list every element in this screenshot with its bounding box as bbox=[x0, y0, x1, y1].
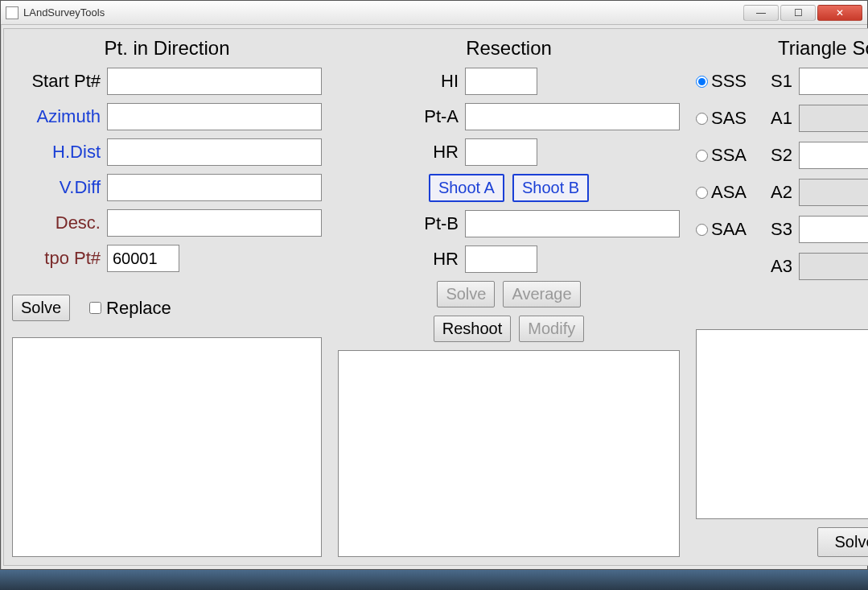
triangle-output[interactable] bbox=[696, 329, 868, 519]
pta-label: Pt-A bbox=[338, 106, 459, 127]
triangle-solve-button[interactable]: Solve bbox=[817, 527, 868, 557]
reshoot-button[interactable]: Reshoot bbox=[434, 316, 512, 342]
main-panel: Pt. in Direction Start Pt# Azimuth H.Dis… bbox=[3, 28, 868, 566]
tpo-pt-input[interactable] bbox=[107, 245, 179, 272]
close-button[interactable]: ✕ bbox=[817, 5, 862, 21]
vdiff-input[interactable] bbox=[107, 174, 322, 201]
ptb-input[interactable] bbox=[465, 210, 680, 237]
mode-sas[interactable]: SAS bbox=[696, 108, 760, 129]
triangle-heading: Triangle Solutions bbox=[696, 37, 868, 60]
triangle-column: Triangle Solutions SSS S1 SAS A1 SSA S2 bbox=[696, 37, 868, 557]
direction-output[interactable] bbox=[12, 337, 322, 557]
s1-input[interactable] bbox=[799, 68, 868, 95]
s1-label: S1 bbox=[767, 71, 792, 92]
shoot-a-button[interactable]: Shoot A bbox=[429, 174, 504, 202]
hrb-input[interactable] bbox=[465, 245, 537, 273]
pta-input[interactable] bbox=[465, 103, 680, 130]
azimuth-input[interactable] bbox=[107, 103, 322, 130]
minimize-button[interactable]: — bbox=[743, 5, 779, 21]
hi-label: HI bbox=[338, 71, 459, 92]
radio-sas[interactable] bbox=[696, 113, 708, 125]
desc-input[interactable] bbox=[107, 209, 322, 237]
average-button[interactable]: Average bbox=[503, 281, 580, 307]
a3-input[interactable] bbox=[799, 253, 868, 280]
tpo-pt-label: tpo Pt# bbox=[12, 248, 101, 269]
shoot-b-button[interactable]: Shoot B bbox=[512, 174, 589, 202]
desc-label: Desc. bbox=[12, 212, 101, 233]
radio-ssa[interactable] bbox=[696, 150, 708, 162]
start-pt-input[interactable] bbox=[107, 68, 322, 95]
azimuth-label: Azimuth bbox=[12, 106, 101, 127]
maximize-button[interactable]: ☐ bbox=[780, 5, 816, 21]
left-tab-strip[interactable] bbox=[1, 25, 2, 569]
hdist-input[interactable] bbox=[107, 138, 322, 166]
mode-sss[interactable]: SSS bbox=[696, 71, 760, 92]
resection-solve-button[interactable]: Solve bbox=[437, 281, 495, 307]
mode-asa[interactable]: ASA bbox=[696, 182, 760, 203]
radio-saa[interactable] bbox=[696, 224, 708, 236]
start-pt-label: Start Pt# bbox=[12, 71, 101, 92]
resection-heading: Resection bbox=[338, 37, 680, 60]
mode-saa[interactable]: SAA bbox=[696, 219, 760, 240]
hrb-label: HR bbox=[338, 249, 459, 270]
a2-label: A2 bbox=[767, 182, 792, 203]
replace-checkbox[interactable] bbox=[89, 302, 101, 314]
direction-heading: Pt. in Direction bbox=[12, 37, 322, 60]
radio-sss[interactable] bbox=[696, 76, 708, 88]
resection-output[interactable] bbox=[338, 350, 680, 557]
hra-input[interactable] bbox=[465, 138, 537, 166]
app-window: LAndSurveyTools — ☐ ✕ Pt. in Direction S… bbox=[0, 0, 868, 570]
mode-ssa[interactable]: SSA bbox=[696, 145, 760, 166]
ptb-label: Pt-B bbox=[338, 213, 459, 234]
s2-label: S2 bbox=[767, 145, 792, 166]
a3-label: A3 bbox=[767, 256, 792, 277]
s3-input[interactable] bbox=[799, 216, 868, 243]
a1-input[interactable] bbox=[799, 105, 868, 132]
direction-column: Pt. in Direction Start Pt# Azimuth H.Dis… bbox=[12, 37, 322, 557]
window-title: LAndSurveyTools bbox=[23, 6, 105, 19]
replace-checkbox-label[interactable]: Replace bbox=[89, 298, 171, 319]
s3-label: S3 bbox=[767, 219, 792, 240]
a1-label: A1 bbox=[767, 108, 792, 129]
radio-asa[interactable] bbox=[696, 187, 708, 199]
direction-solve-button[interactable]: Solve bbox=[12, 295, 70, 321]
a2-input[interactable] bbox=[799, 179, 868, 206]
titlebar[interactable]: LAndSurveyTools — ☐ ✕ bbox=[1, 1, 867, 25]
modify-button[interactable]: Modify bbox=[519, 316, 584, 342]
hra-label: HR bbox=[338, 142, 459, 163]
hdist-label: H.Dist bbox=[12, 142, 101, 163]
app-icon bbox=[6, 6, 19, 19]
resection-column: Resection HI Pt-A HR Shoot A Shoot B bbox=[338, 37, 680, 557]
vdiff-label: V.Diff bbox=[12, 177, 101, 198]
s2-input[interactable] bbox=[799, 142, 868, 169]
hi-input[interactable] bbox=[465, 68, 537, 95]
taskbar[interactable] bbox=[0, 570, 868, 590]
